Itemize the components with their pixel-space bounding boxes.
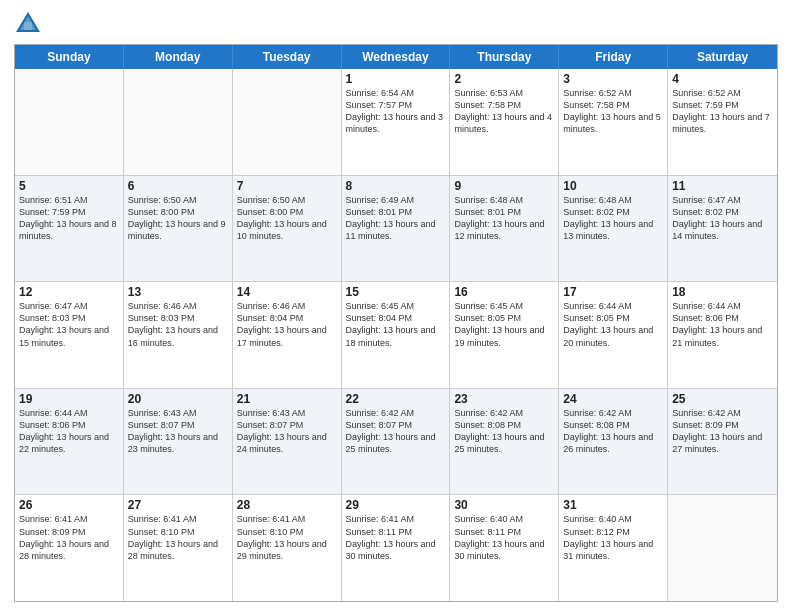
day-number: 19 xyxy=(19,392,119,406)
day-number: 3 xyxy=(563,72,663,86)
calendar-cell: 18Sunrise: 6:44 AM Sunset: 8:06 PM Dayli… xyxy=(668,282,777,388)
day-info: Sunrise: 6:45 AM Sunset: 8:05 PM Dayligh… xyxy=(454,300,554,349)
day-number: 18 xyxy=(672,285,773,299)
day-number: 16 xyxy=(454,285,554,299)
calendar-cell: 16Sunrise: 6:45 AM Sunset: 8:05 PM Dayli… xyxy=(450,282,559,388)
logo xyxy=(14,10,46,38)
calendar-cell xyxy=(124,69,233,175)
day-info: Sunrise: 6:44 AM Sunset: 8:06 PM Dayligh… xyxy=(19,407,119,456)
day-info: Sunrise: 6:45 AM Sunset: 8:04 PM Dayligh… xyxy=(346,300,446,349)
day-info: Sunrise: 6:47 AM Sunset: 8:03 PM Dayligh… xyxy=(19,300,119,349)
day-number: 5 xyxy=(19,179,119,193)
day-number: 11 xyxy=(672,179,773,193)
day-number: 12 xyxy=(19,285,119,299)
day-number: 22 xyxy=(346,392,446,406)
day-info: Sunrise: 6:54 AM Sunset: 7:57 PM Dayligh… xyxy=(346,87,446,136)
calendar-cell: 14Sunrise: 6:46 AM Sunset: 8:04 PM Dayli… xyxy=(233,282,342,388)
day-number: 25 xyxy=(672,392,773,406)
calendar-cell: 3Sunrise: 6:52 AM Sunset: 7:58 PM Daylig… xyxy=(559,69,668,175)
day-info: Sunrise: 6:40 AM Sunset: 8:12 PM Dayligh… xyxy=(563,513,663,562)
day-info: Sunrise: 6:52 AM Sunset: 7:59 PM Dayligh… xyxy=(672,87,773,136)
calendar-cell: 21Sunrise: 6:43 AM Sunset: 8:07 PM Dayli… xyxy=(233,389,342,495)
calendar-cell xyxy=(668,495,777,601)
calendar-cell: 5Sunrise: 6:51 AM Sunset: 7:59 PM Daylig… xyxy=(15,176,124,282)
day-number: 31 xyxy=(563,498,663,512)
calendar-cell: 23Sunrise: 6:42 AM Sunset: 8:08 PM Dayli… xyxy=(450,389,559,495)
day-info: Sunrise: 6:41 AM Sunset: 8:10 PM Dayligh… xyxy=(128,513,228,562)
calendar-cell: 9Sunrise: 6:48 AM Sunset: 8:01 PM Daylig… xyxy=(450,176,559,282)
day-info: Sunrise: 6:43 AM Sunset: 8:07 PM Dayligh… xyxy=(237,407,337,456)
calendar-cell: 7Sunrise: 6:50 AM Sunset: 8:00 PM Daylig… xyxy=(233,176,342,282)
calendar-cell: 27Sunrise: 6:41 AM Sunset: 8:10 PM Dayli… xyxy=(124,495,233,601)
day-number: 10 xyxy=(563,179,663,193)
calendar-cell: 30Sunrise: 6:40 AM Sunset: 8:11 PM Dayli… xyxy=(450,495,559,601)
calendar-cell: 22Sunrise: 6:42 AM Sunset: 8:07 PM Dayli… xyxy=(342,389,451,495)
day-number: 14 xyxy=(237,285,337,299)
calendar-cell xyxy=(15,69,124,175)
day-info: Sunrise: 6:53 AM Sunset: 7:58 PM Dayligh… xyxy=(454,87,554,136)
calendar-cell: 10Sunrise: 6:48 AM Sunset: 8:02 PM Dayli… xyxy=(559,176,668,282)
calendar-row: 19Sunrise: 6:44 AM Sunset: 8:06 PM Dayli… xyxy=(15,389,777,496)
day-number: 24 xyxy=(563,392,663,406)
day-number: 13 xyxy=(128,285,228,299)
cal-header-cell: Tuesday xyxy=(233,45,342,69)
day-info: Sunrise: 6:41 AM Sunset: 8:11 PM Dayligh… xyxy=(346,513,446,562)
day-info: Sunrise: 6:44 AM Sunset: 8:05 PM Dayligh… xyxy=(563,300,663,349)
day-info: Sunrise: 6:42 AM Sunset: 8:08 PM Dayligh… xyxy=(563,407,663,456)
day-info: Sunrise: 6:43 AM Sunset: 8:07 PM Dayligh… xyxy=(128,407,228,456)
day-number: 17 xyxy=(563,285,663,299)
calendar-row: 1Sunrise: 6:54 AM Sunset: 7:57 PM Daylig… xyxy=(15,69,777,176)
calendar-cell: 28Sunrise: 6:41 AM Sunset: 8:10 PM Dayli… xyxy=(233,495,342,601)
day-info: Sunrise: 6:42 AM Sunset: 8:09 PM Dayligh… xyxy=(672,407,773,456)
calendar-cell: 17Sunrise: 6:44 AM Sunset: 8:05 PM Dayli… xyxy=(559,282,668,388)
day-number: 7 xyxy=(237,179,337,193)
cal-header-cell: Wednesday xyxy=(342,45,451,69)
calendar: SundayMondayTuesdayWednesdayThursdayFrid… xyxy=(14,44,778,602)
day-info: Sunrise: 6:44 AM Sunset: 8:06 PM Dayligh… xyxy=(672,300,773,349)
day-number: 29 xyxy=(346,498,446,512)
calendar-cell: 25Sunrise: 6:42 AM Sunset: 8:09 PM Dayli… xyxy=(668,389,777,495)
svg-rect-2 xyxy=(24,22,32,30)
cal-header-cell: Thursday xyxy=(450,45,559,69)
page: SundayMondayTuesdayWednesdayThursdayFrid… xyxy=(0,0,792,612)
day-info: Sunrise: 6:48 AM Sunset: 8:02 PM Dayligh… xyxy=(563,194,663,243)
calendar-cell: 2Sunrise: 6:53 AM Sunset: 7:58 PM Daylig… xyxy=(450,69,559,175)
calendar-header-row: SundayMondayTuesdayWednesdayThursdayFrid… xyxy=(15,45,777,69)
header xyxy=(14,10,778,38)
calendar-body: 1Sunrise: 6:54 AM Sunset: 7:57 PM Daylig… xyxy=(15,69,777,601)
day-info: Sunrise: 6:52 AM Sunset: 7:58 PM Dayligh… xyxy=(563,87,663,136)
calendar-cell: 8Sunrise: 6:49 AM Sunset: 8:01 PM Daylig… xyxy=(342,176,451,282)
cal-header-cell: Saturday xyxy=(668,45,777,69)
day-info: Sunrise: 6:41 AM Sunset: 8:10 PM Dayligh… xyxy=(237,513,337,562)
day-number: 27 xyxy=(128,498,228,512)
day-number: 15 xyxy=(346,285,446,299)
calendar-cell: 15Sunrise: 6:45 AM Sunset: 8:04 PM Dayli… xyxy=(342,282,451,388)
calendar-cell: 6Sunrise: 6:50 AM Sunset: 8:00 PM Daylig… xyxy=(124,176,233,282)
day-number: 6 xyxy=(128,179,228,193)
day-info: Sunrise: 6:48 AM Sunset: 8:01 PM Dayligh… xyxy=(454,194,554,243)
day-info: Sunrise: 6:40 AM Sunset: 8:11 PM Dayligh… xyxy=(454,513,554,562)
day-info: Sunrise: 6:49 AM Sunset: 8:01 PM Dayligh… xyxy=(346,194,446,243)
day-info: Sunrise: 6:42 AM Sunset: 8:08 PM Dayligh… xyxy=(454,407,554,456)
day-info: Sunrise: 6:51 AM Sunset: 7:59 PM Dayligh… xyxy=(19,194,119,243)
day-number: 21 xyxy=(237,392,337,406)
day-info: Sunrise: 6:47 AM Sunset: 8:02 PM Dayligh… xyxy=(672,194,773,243)
day-number: 30 xyxy=(454,498,554,512)
day-info: Sunrise: 6:46 AM Sunset: 8:04 PM Dayligh… xyxy=(237,300,337,349)
calendar-cell: 20Sunrise: 6:43 AM Sunset: 8:07 PM Dayli… xyxy=(124,389,233,495)
day-info: Sunrise: 6:42 AM Sunset: 8:07 PM Dayligh… xyxy=(346,407,446,456)
day-number: 1 xyxy=(346,72,446,86)
day-info: Sunrise: 6:50 AM Sunset: 8:00 PM Dayligh… xyxy=(237,194,337,243)
calendar-cell: 24Sunrise: 6:42 AM Sunset: 8:08 PM Dayli… xyxy=(559,389,668,495)
day-number: 4 xyxy=(672,72,773,86)
day-number: 23 xyxy=(454,392,554,406)
day-number: 28 xyxy=(237,498,337,512)
calendar-cell: 26Sunrise: 6:41 AM Sunset: 8:09 PM Dayli… xyxy=(15,495,124,601)
logo-icon xyxy=(14,10,42,38)
calendar-cell: 19Sunrise: 6:44 AM Sunset: 8:06 PM Dayli… xyxy=(15,389,124,495)
day-number: 9 xyxy=(454,179,554,193)
calendar-cell xyxy=(233,69,342,175)
calendar-cell: 4Sunrise: 6:52 AM Sunset: 7:59 PM Daylig… xyxy=(668,69,777,175)
day-number: 20 xyxy=(128,392,228,406)
calendar-row: 5Sunrise: 6:51 AM Sunset: 7:59 PM Daylig… xyxy=(15,176,777,283)
